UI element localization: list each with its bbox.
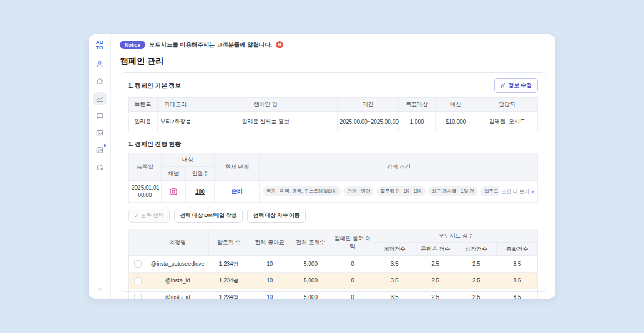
registered-time: 00:00 — [132, 191, 158, 199]
views-value: 5,000 — [290, 273, 331, 289]
account-name: @insta_id — [147, 289, 209, 299]
row-checkbox[interactable] — [134, 294, 142, 299]
followers-value: 1,234명 — [208, 289, 249, 299]
row-checkbox[interactable] — [134, 260, 142, 268]
content-score-value: 2.5 — [415, 273, 456, 289]
history-value: 0 — [331, 273, 374, 289]
brand-value: 일리윤 — [129, 112, 158, 132]
channel-cell — [161, 181, 185, 203]
col-channel: 채널 — [161, 167, 185, 181]
content-score-value: 2.5 — [415, 256, 456, 273]
table-row: @insta_autoseedlove 1,234명 10 5,000 0 3.… — [129, 256, 538, 273]
account-score-value: 3.5 — [374, 289, 415, 299]
sidebar-collapse-button[interactable]: » — [98, 285, 101, 292]
content-score-value: 2.5 — [415, 289, 456, 299]
growth-score-value: 2.5 — [456, 256, 497, 273]
col-total-score: 종합점수 — [497, 243, 538, 256]
notice-new-icon: N — [276, 41, 283, 48]
condition-chip-followers: 팔로워수 - 1K - 10K — [376, 186, 426, 196]
followers-value: 1,234명 — [208, 273, 249, 289]
col-checkbox — [129, 229, 147, 256]
conditions-cell: 국가 - 미국, 영국, 오스트레일리아 언어 - 영어 팔로워수 - 1K -… — [259, 181, 537, 203]
select-all-button[interactable]: ✓ 모두 선택 — [128, 209, 170, 223]
likes-value: 10 — [249, 289, 290, 299]
col-conditions: 검색 조건 — [259, 153, 537, 181]
user-icon[interactable] — [93, 58, 107, 71]
col-score-group: 오토시드 점수 — [374, 229, 538, 243]
more-conditions-label: 조건 더 보기 — [501, 188, 529, 195]
col-target: 목표대상 — [399, 98, 435, 112]
history-value: 0 — [331, 256, 374, 273]
growth-score-value: 2.5 — [456, 273, 497, 289]
col-growth-score: 성장점수 — [456, 243, 497, 256]
image-icon[interactable] — [93, 127, 107, 140]
home-icon[interactable] — [93, 75, 107, 88]
move-round-button[interactable]: 선택 대상 차수 이동 — [247, 209, 306, 223]
registered-date: 2025.01.01 — [132, 184, 158, 191]
col-registered: 등록일 — [129, 153, 162, 181]
followers-value: 1,234명 — [208, 256, 249, 273]
table-row-highlighted: @insta_id 1,234명 10 5,000 0 3.5 2.5 2.5 … — [129, 273, 538, 289]
instagram-icon — [169, 188, 178, 194]
account-score-value: 3.5 — [374, 273, 415, 289]
condition-chip-language: 언어 - 영어 — [343, 186, 374, 196]
total-score-value: 8.5 — [497, 289, 538, 299]
notification-dot — [104, 144, 106, 147]
manager-value: 김해원_오시드 — [476, 112, 538, 132]
history-value: 0 — [331, 289, 374, 299]
headset-icon[interactable] — [93, 161, 107, 174]
col-content-score: 콘텐츠 점수 — [415, 243, 456, 256]
id-badge-icon[interactable] — [93, 144, 107, 157]
dm-mail-button[interactable]: 선택 대상 DM/메일 작성 — [174, 209, 243, 223]
condition-chip-upload-cycle: 업로드 주기 - 일주일 — [480, 186, 499, 196]
page-title: 캠페인 관리 — [120, 56, 546, 67]
campaign-name-value: 일리윤 신제품 홍보 — [194, 112, 337, 132]
views-value: 5,000 — [290, 256, 331, 273]
account-name: @insta_autoseedlove — [147, 256, 209, 273]
basic-info-section-title: 1. 캠페인 기본 정보 — [128, 82, 181, 90]
col-likes: 전체 좋아요 — [249, 229, 290, 256]
category-value: 뷰티>화장품 — [157, 112, 194, 132]
col-category: 카테고리 — [157, 98, 194, 112]
growth-score-value: 2.5 — [456, 289, 497, 299]
app-logo-line2: TO — [96, 46, 103, 51]
target-count-link[interactable]: 100 — [195, 189, 205, 195]
notice-badge: Notice — [120, 41, 145, 49]
edit-info-button-label: 정보 수정 — [508, 82, 532, 89]
campaign-chart-icon[interactable] — [93, 92, 107, 105]
budget-value: $10,000 — [435, 112, 476, 132]
col-campaign-name: 캠페인 명 — [194, 98, 337, 112]
campaign-card: 1. 캠페인 기본 정보 정보 수정 브랜드 카테고리 캠페인 명 기간 — [120, 72, 546, 292]
app-logo: AU TO — [96, 40, 104, 51]
basic-info-table: 브랜드 카테고리 캠페인 명 기간 목표대상 예산 담당자 일리윤 뷰티>화장품… — [128, 97, 538, 132]
condition-chips: 국가 - 미국, 영국, 오스트레일리아 언어 - 영어 팔로워수 - 1K -… — [263, 186, 499, 196]
row-checkbox[interactable] — [134, 277, 142, 284]
progress-header-row-1: 등록일 대상 현재 단계 검색 조건 — [129, 153, 538, 167]
checkbox-cell — [129, 256, 147, 273]
edit-info-button[interactable]: 정보 수정 — [494, 78, 538, 93]
col-budget: 예산 — [435, 98, 476, 112]
col-history: 캠페인 참여 이력 — [331, 229, 374, 256]
col-brand: 브랜드 — [129, 98, 158, 112]
period-value: 2025.00.00~2025.00.00 — [337, 112, 399, 132]
accounts-header-row-1: 계정명 팔로워 수 전체 좋아요 전체 조회수 캠페인 참여 이력 오토시드 점… — [129, 229, 538, 243]
col-account: 계정명 — [147, 229, 209, 256]
col-followers: 팔로워 수 — [208, 229, 249, 256]
col-stage: 현재 단계 — [214, 153, 259, 181]
accounts-table: 계정명 팔로워 수 전체 좋아요 전체 조회수 캠페인 참여 이력 오토시드 점… — [128, 229, 538, 299]
total-score-value: 8.5 — [497, 256, 538, 273]
col-period: 기간 — [337, 98, 399, 112]
notice-text: 오토시드를 이용해주시는 고객분들께 알립니다. — [149, 41, 273, 49]
more-conditions-button[interactable]: 조건 더 보기 ▼ — [501, 188, 535, 195]
registered-date-cell: 2025.01.01 00:00 — [129, 181, 162, 203]
col-target-group: 대상 — [161, 153, 214, 167]
stage-badge: 준비 — [231, 188, 243, 194]
basic-info-section-header: 1. 캠페인 기본 정보 정보 수정 — [128, 78, 538, 93]
chat-icon[interactable] — [93, 109, 107, 123]
account-score-value: 3.5 — [374, 256, 415, 273]
stage-cell: 준비 — [214, 181, 259, 203]
basic-info-header-row: 브랜드 카테고리 캠페인 명 기간 목표대상 예산 담당자 — [129, 98, 538, 112]
table-actions: ✓ 모두 선택 선택 대상 DM/메일 작성 선택 대상 차수 이동 — [128, 209, 538, 223]
views-value: 5,000 — [290, 289, 331, 299]
sidebar: AU TO — [89, 34, 111, 299]
